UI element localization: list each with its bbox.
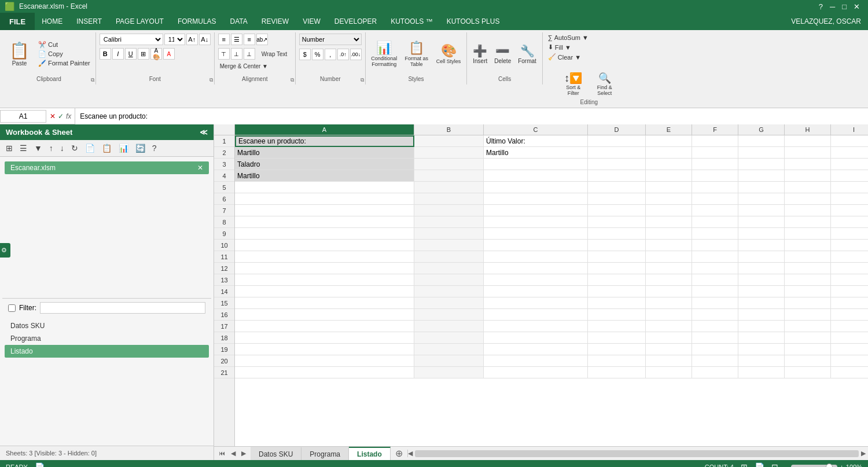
cell-E17[interactable] (646, 321, 692, 332)
cell-D15[interactable] (588, 297, 646, 309)
cell-G7[interactable] (738, 205, 785, 216)
cell-I6[interactable] (831, 193, 868, 205)
row-num-17[interactable]: 17 (214, 321, 234, 332)
cell-D3[interactable] (588, 159, 646, 170)
cell-E16[interactable] (646, 309, 692, 321)
cell-H18[interactable] (785, 332, 831, 344)
workbook-close-icon[interactable]: ✕ (197, 164, 203, 172)
row-num-6[interactable]: 6 (214, 193, 234, 205)
tab-next-button[interactable]: ▶ (239, 450, 248, 457)
cell-H8[interactable] (785, 216, 831, 228)
row-num-18[interactable]: 18 (214, 332, 234, 344)
cell-A13[interactable] (235, 274, 414, 286)
row-num-15[interactable]: 15 (214, 297, 234, 309)
cell-F13[interactable] (692, 274, 738, 286)
font-shrink-button[interactable]: A↓ (199, 34, 211, 45)
col-header-e[interactable]: E (646, 124, 692, 135)
sidebar-sort-desc-icon[interactable]: ↓ (58, 142, 67, 154)
menu-developer[interactable]: DEVELOPER (328, 13, 384, 30)
cell-E4[interactable] (646, 170, 692, 182)
cell-D13[interactable] (588, 274, 646, 286)
cell-A2[interactable]: Martillo (235, 147, 414, 159)
sidebar-list-icon[interactable]: ☰ (17, 142, 30, 154)
cell-A5[interactable] (235, 182, 414, 193)
cell-B11[interactable] (414, 251, 484, 263)
cell-E6[interactable] (646, 193, 692, 205)
menu-formulas[interactable]: FORMULAS (171, 13, 223, 30)
cell-G18[interactable] (738, 332, 785, 344)
underline-button[interactable]: U (125, 48, 137, 60)
bold-button[interactable]: B (100, 48, 111, 60)
cell-C18[interactable] (484, 332, 588, 344)
sidebar-chart-icon[interactable]: 📊 (116, 142, 131, 154)
cell-D8[interactable] (588, 216, 646, 228)
cell-G13[interactable] (738, 274, 785, 286)
cell-E3[interactable] (646, 159, 692, 170)
cell-D7[interactable] (588, 205, 646, 216)
cell-B7[interactable] (414, 205, 484, 216)
row-num-4[interactable]: 4 (214, 170, 234, 182)
sidebar-reload-icon[interactable]: 🔄 (133, 142, 148, 154)
cell-F14[interactable] (692, 286, 738, 297)
cell-I12[interactable] (831, 263, 868, 274)
tab-first-button[interactable]: ⏮ (216, 450, 227, 457)
cell-B20[interactable] (414, 355, 484, 367)
tab-programa[interactable]: Programa (301, 447, 349, 461)
row-num-8[interactable]: 8 (214, 216, 234, 228)
cell-A3[interactable]: Taladro (235, 159, 414, 170)
cell-A7[interactable] (235, 205, 414, 216)
cell-H17[interactable] (785, 321, 831, 332)
cell-D17[interactable] (588, 321, 646, 332)
cell-F7[interactable] (692, 205, 738, 216)
cell-D12[interactable] (588, 263, 646, 274)
menu-data[interactable]: DATA (223, 13, 255, 30)
cell-B19[interactable] (414, 344, 484, 355)
cell-B1[interactable] (414, 135, 484, 147)
cell-F5[interactable] (692, 182, 738, 193)
cell-D9[interactable] (588, 228, 646, 240)
cell-A21[interactable] (235, 367, 414, 378)
fill-color-button[interactable]: A🎨 (150, 48, 162, 60)
h-scroll-right-icon[interactable]: ▶ (861, 450, 866, 457)
cell-H19[interactable] (785, 344, 831, 355)
name-box[interactable] (0, 110, 46, 123)
cell-D10[interactable] (588, 240, 646, 251)
cell-A9[interactable] (235, 228, 414, 240)
cell-G8[interactable] (738, 216, 785, 228)
cell-H6[interactable] (785, 193, 831, 205)
menu-page-layout[interactable]: PAGE LAYOUT (109, 13, 171, 30)
cell-I14[interactable] (831, 286, 868, 297)
tab-listado[interactable]: Listado (349, 447, 391, 461)
cell-I4[interactable] (831, 170, 868, 182)
cell-E12[interactable] (646, 263, 692, 274)
cell-F15[interactable] (692, 297, 738, 309)
cell-H7[interactable] (785, 205, 831, 216)
cell-I21[interactable] (831, 367, 868, 378)
cell-styles-button[interactable]: 🎨 Cell Styles (434, 42, 464, 65)
font-grow-button[interactable]: A↑ (186, 34, 198, 45)
menu-view[interactable]: VIEW (296, 13, 328, 30)
font-name-select[interactable]: Calibri (100, 34, 163, 45)
valign-bot-button[interactable]: ⊥ (244, 48, 255, 60)
paste-button[interactable]: 📋 Paste (6, 40, 33, 68)
menu-kutools[interactable]: KUTOOLS ™ (384, 13, 439, 30)
cell-E19[interactable] (646, 344, 692, 355)
find-select-button[interactable]: 🔍 Find & Select (590, 71, 619, 97)
cell-H9[interactable] (785, 228, 831, 240)
dollar-button[interactable]: $ (299, 49, 311, 60)
zoom-slider-thumb[interactable] (826, 464, 833, 467)
cell-F11[interactable] (692, 251, 738, 263)
cell-C11[interactable] (484, 251, 588, 263)
cell-B16[interactable] (414, 309, 484, 321)
row-num-7[interactable]: 7 (214, 205, 234, 216)
cell-I8[interactable] (831, 216, 868, 228)
cell-A10[interactable] (235, 240, 414, 251)
h-scroll-left-icon[interactable]: ◀ (408, 450, 413, 457)
cell-G6[interactable] (738, 193, 785, 205)
cell-B5[interactable] (414, 182, 484, 193)
sidebar-sort-asc-icon[interactable]: ↑ (47, 142, 56, 154)
sidebar-grid-icon[interactable]: ⊞ (3, 142, 15, 154)
cell-D1[interactable] (588, 135, 646, 147)
border-button[interactable]: ⊞ (138, 48, 149, 60)
cell-F16[interactable] (692, 309, 738, 321)
